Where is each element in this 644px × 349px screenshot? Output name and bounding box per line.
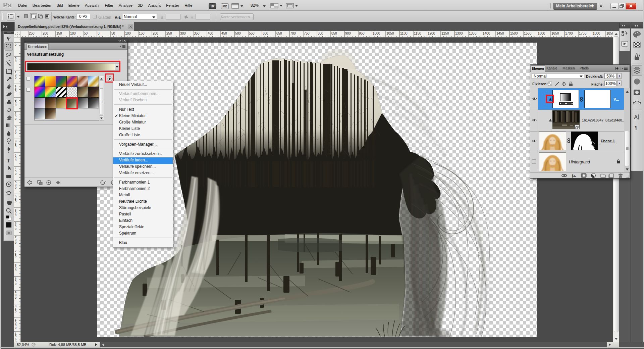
svg-text:0: 0	[15, 268, 16, 272]
svg-text:0: 0	[15, 326, 16, 330]
svg-text:250: 250	[166, 32, 172, 35]
svg-text:0: 0	[15, 200, 16, 203]
svg-text:50: 50	[84, 32, 88, 35]
svg-text:1100: 1100	[400, 32, 408, 35]
svg-text:200: 200	[153, 32, 158, 35]
svg-text:0: 0	[15, 282, 16, 286]
svg-text:100: 100	[125, 32, 131, 35]
svg-text:A: A	[634, 114, 638, 120]
svg-text:1750: 1750	[579, 32, 587, 35]
svg-text:800: 800	[318, 32, 323, 35]
svg-text:0: 0	[15, 43, 16, 46]
svg-text:1650: 1650	[551, 32, 559, 35]
svg-text:550: 550	[249, 32, 255, 35]
svg-text:0: 0	[15, 103, 16, 107]
svg-text:¶: ¶	[635, 124, 637, 130]
svg-text:1600: 1600	[538, 32, 545, 35]
svg-text:500: 500	[235, 32, 241, 35]
svg-text:100: 100	[70, 32, 76, 35]
svg-text:600: 600	[263, 32, 268, 35]
svg-text:0: 0	[15, 158, 16, 162]
svg-text:0: 0	[98, 32, 100, 35]
svg-text:200: 200	[43, 32, 48, 35]
svg-text:150: 150	[139, 32, 145, 35]
svg-text:0: 0	[15, 76, 16, 79]
svg-text:150: 150	[56, 32, 62, 35]
svg-text:700: 700	[290, 32, 296, 35]
svg-text:0: 0	[15, 186, 16, 189]
svg-text:1350: 1350	[469, 32, 477, 35]
svg-text:300: 300	[180, 32, 186, 35]
svg-text:1050: 1050	[386, 32, 394, 35]
svg-text:1550: 1550	[524, 32, 532, 35]
svg-text:50: 50	[111, 32, 115, 35]
svg-text:450: 450	[221, 32, 227, 35]
svg-text:900: 900	[345, 32, 351, 35]
svg-text:250: 250	[29, 32, 35, 35]
svg-text:T: T	[7, 158, 10, 163]
svg-text:1200: 1200	[428, 32, 435, 35]
svg-text:0: 0	[15, 131, 16, 134]
svg-text:0: 0	[15, 172, 16, 176]
svg-text:0: 0	[15, 117, 16, 120]
svg-text:1800: 1800	[593, 32, 600, 35]
svg-text:0: 0	[15, 213, 16, 217]
svg-text:400: 400	[208, 32, 213, 35]
svg-text:fx.: fx.	[572, 173, 576, 178]
svg-text:1450: 1450	[496, 32, 504, 35]
svg-text:0: 0	[15, 227, 16, 231]
svg-text:1150: 1150	[414, 32, 421, 35]
svg-text:0: 0	[15, 59, 16, 63]
svg-text:1700: 1700	[565, 32, 573, 35]
svg-text:1500: 1500	[510, 32, 518, 35]
svg-text:1000: 1000	[373, 32, 380, 35]
svg-text:0: 0	[15, 90, 16, 93]
svg-text:0: 0	[15, 296, 16, 299]
svg-text:650: 650	[276, 32, 282, 35]
svg-text:1400: 1400	[483, 32, 490, 35]
svg-text:850: 850	[331, 32, 337, 35]
svg-text:0: 0	[15, 255, 16, 258]
svg-text:0: 0	[15, 145, 16, 148]
svg-text:350: 350	[194, 32, 200, 35]
svg-text:950: 950	[359, 32, 365, 35]
svg-text:750: 750	[304, 32, 310, 35]
svg-text:0: 0	[15, 241, 16, 244]
svg-text:1300: 1300	[455, 32, 463, 35]
svg-text:0: 0	[15, 310, 16, 313]
svg-text:1250: 1250	[441, 32, 449, 35]
